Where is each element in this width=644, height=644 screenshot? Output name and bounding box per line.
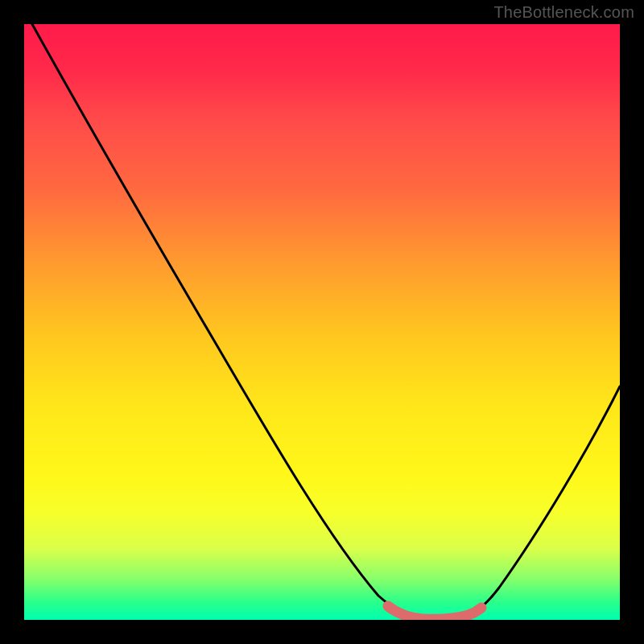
optimal-zone-marker-path bbox=[388, 606, 481, 619]
chart-svg bbox=[24, 24, 620, 620]
bottleneck-curve-path bbox=[32, 24, 620, 619]
watermark-text: TheBottleneck.com bbox=[493, 3, 634, 22]
